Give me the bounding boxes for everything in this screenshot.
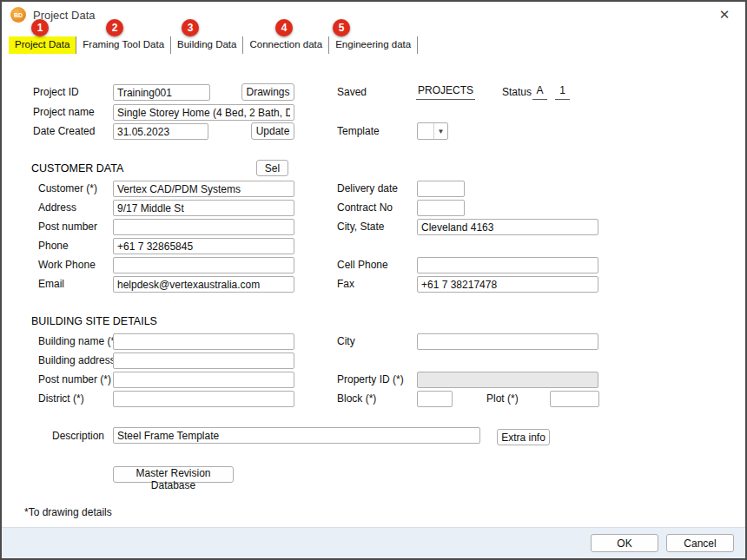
status-value-a: A: [532, 83, 547, 100]
building-name-label: Building name (*): [38, 333, 118, 350]
email-label: Email: [38, 276, 64, 293]
drawings-button[interactable]: Drawings: [241, 83, 294, 101]
tab-strip: Project Data Framing Tool Data Building …: [9, 36, 418, 54]
address-label: Address: [38, 200, 76, 216]
contract-no-label: Contract No: [337, 200, 393, 216]
sel-button[interactable]: Sel: [256, 160, 288, 176]
phone-input[interactable]: [113, 238, 294, 254]
customer-input[interactable]: [113, 181, 294, 197]
site-post-number-input[interactable]: [113, 372, 294, 388]
building-address-input[interactable]: [113, 352, 294, 369]
project-id-label: Project ID: [33, 84, 79, 101]
tab-building-data[interactable]: Building Data: [171, 36, 243, 54]
customer-data-section-title: CUSTOMER DATA: [31, 161, 123, 177]
plot-label: Plot (*): [486, 391, 519, 407]
app-logo-icon: BD: [10, 7, 26, 23]
post-number-input[interactable]: [113, 219, 294, 235]
chevron-down-icon: ▼: [433, 123, 447, 139]
property-id-label: Property ID (*): [337, 372, 404, 388]
city-state-label: City, State: [337, 219, 384, 235]
annotation-badge-3: 3: [182, 19, 199, 36]
project-name-input[interactable]: [113, 104, 294, 121]
footnote: *To drawing details: [24, 506, 112, 518]
ok-button[interactable]: OK: [591, 534, 658, 552]
description-input[interactable]: [113, 427, 480, 444]
saved-value: PROJECTS: [416, 83, 475, 100]
extra-info-button[interactable]: Extra info: [497, 429, 550, 445]
block-input[interactable]: [417, 391, 453, 407]
district-label: District (*): [38, 391, 84, 407]
cell-phone-input[interactable]: [417, 257, 598, 273]
customer-label: Customer (*): [38, 181, 97, 197]
close-icon[interactable]: ✕: [712, 3, 737, 27]
work-phone-label: Work Phone: [38, 257, 96, 273]
status-value-1: 1: [555, 83, 570, 100]
contract-no-input[interactable]: [417, 200, 465, 216]
site-post-number-label: Post number (*): [38, 372, 111, 388]
update-button[interactable]: Update: [251, 122, 294, 140]
post-number-label: Post number: [38, 219, 97, 235]
project-name-label: Project name: [33, 104, 95, 121]
date-created-label: Date Created: [33, 123, 95, 140]
city-input[interactable]: [417, 333, 598, 350]
annotation-badge-4: 4: [275, 19, 293, 36]
delivery-date-input[interactable]: [417, 181, 465, 197]
cell-phone-label: Cell Phone: [337, 257, 388, 273]
date-created-input[interactable]: [113, 123, 208, 140]
saved-label: Saved: [337, 84, 367, 101]
address-input[interactable]: [113, 200, 294, 216]
building-name-input[interactable]: [113, 333, 294, 350]
email-input[interactable]: [113, 276, 294, 293]
window-frame: [0, 0, 747, 560]
plot-input[interactable]: [550, 391, 599, 407]
tab-engineering-data[interactable]: Engineering data: [329, 36, 418, 54]
district-input[interactable]: [113, 391, 294, 407]
fax-label: Fax: [337, 276, 354, 293]
tab-project-data[interactable]: Project Data: [9, 36, 76, 54]
annotation-badge-1: 1: [31, 19, 49, 36]
tab-connection-data[interactable]: Connection data: [243, 36, 329, 54]
city-state-input[interactable]: [417, 219, 598, 235]
city-label: City: [337, 333, 355, 350]
template-select[interactable]: ▼: [417, 122, 448, 140]
cancel-button[interactable]: Cancel: [666, 534, 734, 552]
status-label: Status: [502, 84, 532, 101]
description-label: Description: [52, 428, 104, 445]
tab-framing-tool-data[interactable]: Framing Tool Data: [76, 36, 171, 54]
building-site-section-title: BUILDING SITE DETAILS: [31, 313, 157, 330]
delivery-date-label: Delivery date: [337, 181, 398, 197]
annotation-badge-5: 5: [333, 19, 350, 36]
master-revision-database-button[interactable]: Master Revision Database: [113, 466, 234, 483]
property-id-input: [417, 372, 598, 388]
template-label: Template: [337, 123, 380, 140]
phone-label: Phone: [38, 238, 69, 254]
annotation-badge-2: 2: [106, 19, 123, 36]
block-label: Block (*): [337, 391, 376, 407]
project-id-input[interactable]: [113, 84, 210, 101]
fax-input[interactable]: [417, 276, 598, 293]
work-phone-input[interactable]: [113, 257, 294, 273]
